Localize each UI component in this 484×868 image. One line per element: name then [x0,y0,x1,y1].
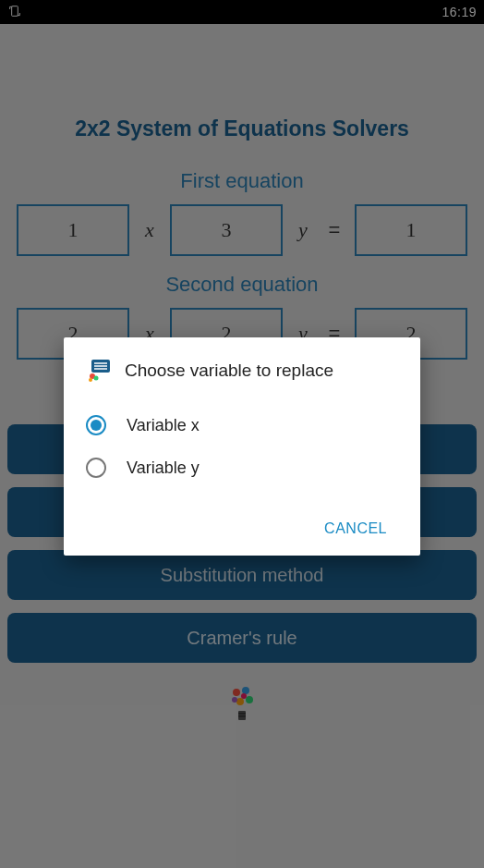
radio-option-y[interactable]: Variable y [86,446,398,489]
choose-variable-dialog: Choose variable to replace Variable x Va… [64,337,420,556]
radio-y-indicator [86,458,106,478]
dialog-header: Choose variable to replace [86,358,398,384]
dialog-actions: CANCEL [86,513,398,544]
dialog-title: Choose variable to replace [125,361,333,381]
svg-point-17 [89,378,92,382]
radio-y-label: Variable y [127,458,200,478]
radio-x-indicator [86,415,106,435]
cancel-button[interactable]: CANCEL [313,513,398,544]
svg-point-16 [94,376,99,381]
dialog-app-icon [86,358,112,384]
radio-option-x[interactable]: Variable x [86,404,398,446]
radio-x-label: Variable x [127,416,200,435]
